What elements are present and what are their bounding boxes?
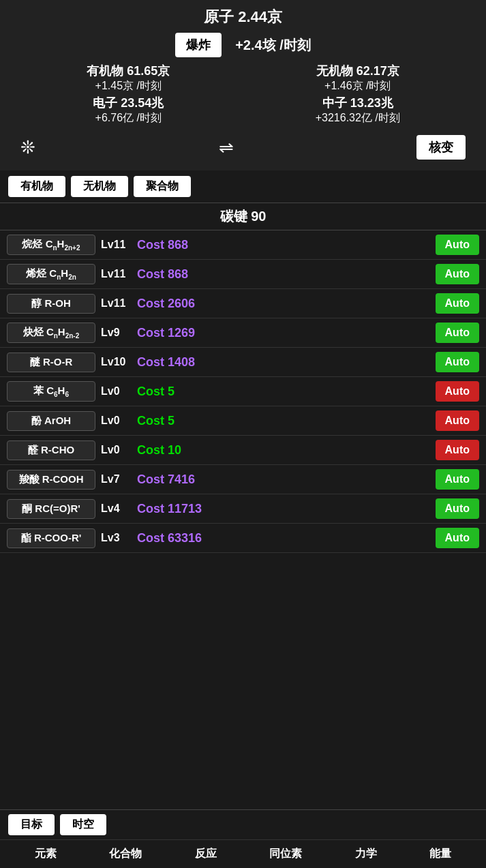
- compound-level: Lv0: [101, 444, 132, 456]
- compound-row: 烷烃 CnH2n+2Lv11Cost 868Auto: [0, 230, 486, 260]
- compound-level: Lv7: [101, 473, 132, 485]
- auto-button[interactable]: Auto: [436, 469, 479, 490]
- tab-polymer[interactable]: 聚合物: [134, 176, 191, 197]
- compound-row: 醇 R-OHLv11Cost 2606Auto: [0, 289, 486, 318]
- auto-button[interactable]: Auto: [436, 235, 479, 255]
- compound-level: Lv3: [101, 532, 132, 544]
- nav-item-能量[interactable]: 能量: [424, 844, 457, 864]
- flower-icon[interactable]: ❊: [20, 137, 35, 158]
- nuclear-button[interactable]: 核变: [416, 135, 466, 160]
- compound-level: Lv11: [101, 239, 132, 251]
- auto-button[interactable]: Auto: [436, 440, 479, 460]
- electron-label: 电子 23.54兆: [17, 95, 240, 111]
- bottom-nav: 目标 时空 元素化合物反应同位素力学能量: [0, 809, 486, 868]
- compound-cost: Cost 63316: [137, 531, 430, 545]
- auto-button[interactable]: Auto: [436, 498, 479, 519]
- compound-cost: Cost 7416: [137, 473, 430, 487]
- nav-item-同位素[interactable]: 同位素: [264, 844, 307, 864]
- compound-row: 羧酸 R-COOHLv7Cost 7416Auto: [0, 465, 486, 494]
- compound-cost: Cost 868: [137, 238, 430, 252]
- compound-name[interactable]: 烯烃 CnH2n: [7, 264, 95, 284]
- compound-name[interactable]: 醇 R-OH: [7, 294, 95, 314]
- compound-cost: Cost 5: [137, 414, 430, 428]
- shuffle-icon[interactable]: ⇌: [219, 137, 234, 158]
- carbon-bonds-header: 碳键 90: [0, 203, 486, 230]
- auto-button[interactable]: Auto: [436, 323, 479, 343]
- compound-name[interactable]: 醛 R-CHO: [7, 440, 95, 460]
- compound-row: 炔烃 CnH2n-2Lv9Cost 1269Auto: [0, 318, 486, 348]
- nav-item-反应[interactable]: 反应: [189, 844, 222, 864]
- compound-level: Lv10: [101, 356, 132, 368]
- compound-cost: Cost 868: [137, 267, 430, 282]
- compound-name[interactable]: 炔烃 CnH2n-2: [7, 323, 95, 343]
- neutron-rate: +3216.32亿 /时刻: [247, 111, 470, 125]
- compound-cost: Cost 2606: [137, 297, 430, 311]
- compound-level: Lv11: [101, 268, 132, 280]
- compound-level: Lv11: [101, 297, 132, 310]
- compound-name[interactable]: 醚 R-O-R: [7, 353, 95, 372]
- compound-cost: Cost 5: [137, 385, 430, 399]
- compound-cost: Cost 10: [137, 443, 430, 458]
- compound-name[interactable]: 酚 ArOH: [7, 411, 95, 431]
- inorganic-rate: +1.46京 /时刻: [247, 79, 470, 93]
- nav-item-化合物[interactable]: 化合物: [104, 844, 147, 864]
- tab-organic[interactable]: 有机物: [8, 176, 65, 197]
- tab-inorganic[interactable]: 无机物: [71, 176, 128, 197]
- atom-display: 原子 2.44京: [10, 7, 476, 27]
- compound-name[interactable]: 酮 RC(=O)R': [7, 499, 95, 519]
- spacetime-button[interactable]: 时空: [60, 814, 106, 835]
- auto-button[interactable]: Auto: [436, 528, 479, 548]
- compound-name[interactable]: 苯 C6H6: [7, 381, 95, 402]
- nav-item-元素[interactable]: 元素: [29, 844, 62, 864]
- target-button[interactable]: 目标: [8, 814, 55, 835]
- compound-row: 烯烃 CnH2nLv11Cost 868Auto: [0, 260, 486, 289]
- compound-row: 酯 R-COO-R'Lv3Cost 63316Auto: [0, 524, 486, 553]
- compound-level: Lv0: [101, 385, 132, 398]
- organic-rate: +1.45京 /时刻: [17, 79, 240, 93]
- compound-cost: Cost 1269: [137, 326, 430, 340]
- per-time-display: +2.4垓 /时刻: [235, 36, 311, 55]
- explode-button[interactable]: 爆炸: [175, 33, 222, 57]
- auto-button[interactable]: Auto: [436, 381, 479, 402]
- compound-row: 醚 R-O-RLv10Cost 1408Auto: [0, 348, 486, 377]
- compound-level: Lv9: [101, 327, 132, 339]
- auto-button[interactable]: Auto: [436, 293, 479, 314]
- top-section: 原子 2.44京 爆炸 +2.4垓 /时刻 有机物 61.65京 +1.45京 …: [0, 0, 486, 170]
- compound-name[interactable]: 羧酸 R-COOH: [7, 470, 95, 490]
- compound-row: 酚 ArOHLv0Cost 5Auto: [0, 406, 486, 436]
- auto-button[interactable]: Auto: [436, 410, 479, 431]
- compound-name[interactable]: 酯 R-COO-R': [7, 528, 95, 548]
- organic-label: 有机物 61.65京: [17, 63, 240, 79]
- compound-row: 苯 C6H6Lv0Cost 5Auto: [0, 377, 486, 406]
- inorganic-label: 无机物 62.17京: [247, 63, 470, 79]
- compound-name[interactable]: 烷烃 CnH2n+2: [7, 235, 95, 255]
- compound-cost: Cost 1408: [137, 355, 430, 370]
- compound-cost: Cost 11713: [137, 502, 430, 516]
- nav-item-力学[interactable]: 力学: [350, 844, 382, 864]
- compound-row: 酮 RC(=O)R'Lv4Cost 11713Auto: [0, 494, 486, 524]
- auto-button[interactable]: Auto: [436, 264, 479, 284]
- compound-row: 醛 R-CHOLv0Cost 10Auto: [0, 436, 486, 465]
- compound-level: Lv4: [101, 503, 132, 515]
- electron-rate: +6.76亿 /时刻: [17, 111, 240, 125]
- auto-button[interactable]: Auto: [436, 352, 479, 372]
- neutron-label: 中子 13.23兆: [247, 95, 470, 111]
- compound-list: 烷烃 CnH2n+2Lv11Cost 868Auto烯烃 CnH2nLv11Co…: [0, 230, 486, 621]
- compound-level: Lv0: [101, 415, 132, 427]
